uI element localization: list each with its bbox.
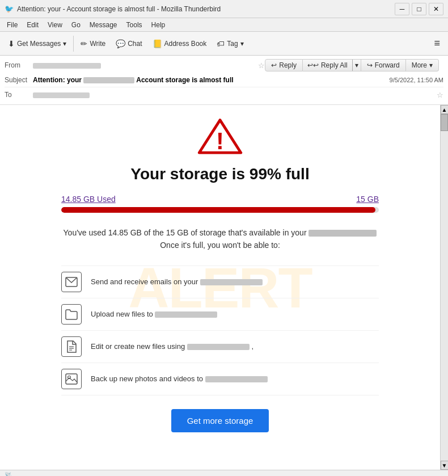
feature-backup-prefix: Back up new photos and videos to: [91, 374, 205, 383]
email-content[interactable]: ALERT ! Your storage is 99% full 14.85 G…: [0, 105, 440, 470]
storage-description: You've used 14.85 GB of the 15 GB of sto…: [61, 226, 379, 252]
menu-go[interactable]: Go: [67, 20, 85, 30]
from-row: From ☆: [5, 58, 265, 73]
write-button[interactable]: ✏ Write: [76, 37, 110, 50]
chat-icon: 💬: [116, 39, 125, 48]
title-bar: 🐦 Attention: your - Account storage is a…: [0, 0, 448, 18]
folder-icon: [61, 304, 82, 325]
get-messages-dropdown-icon[interactable]: ▾: [63, 40, 66, 48]
email-body: ! Your storage is 99% full 14.85 GB Used…: [61, 116, 379, 444]
menu-file[interactable]: File: [2, 20, 22, 30]
reply-label: Reply: [279, 61, 297, 69]
write-label: Write: [90, 40, 105, 48]
feature-edit-redacted: [187, 344, 250, 350]
description-part1: You've used 14.85 GB of the 15 GB of sto…: [64, 228, 307, 237]
hamburger-button[interactable]: ≡: [429, 35, 445, 52]
warning-triangle: !: [197, 116, 243, 156]
subject-prefix: Attention: your: [33, 76, 83, 84]
reply-all-icon: ↩↩: [307, 61, 319, 69]
status-icon: 📡: [5, 472, 12, 476]
feature-edit-suffix: ,: [251, 342, 253, 351]
window-title: Attention: your - Account storage is alm…: [17, 5, 395, 13]
to-label: To: [5, 91, 33, 99]
menu-view[interactable]: View: [43, 20, 67, 30]
more-label: More: [412, 61, 427, 69]
subject-value: Attention: your Account storage is almos…: [33, 76, 390, 84]
get-messages-icon: ⬇: [8, 39, 15, 48]
more-button[interactable]: More ▾: [406, 59, 439, 71]
close-button[interactable]: ✕: [429, 3, 443, 15]
description-part2: Once it's full, you won't be able to:: [160, 241, 280, 250]
status-bar: 📡: [0, 470, 448, 476]
feature-email-redacted: [200, 279, 263, 285]
scroll-bar: ▲ ▼: [440, 105, 448, 470]
feature-upload-redacted: [155, 311, 217, 318]
reply-button[interactable]: ↩ Reply: [265, 59, 303, 71]
action-buttons: ↩ Reply ↩↩ Reply All ▾ ↪ Forward More ▾: [265, 59, 439, 71]
scroll-thumb[interactable]: [441, 114, 448, 131]
to-row: To ☆: [5, 87, 443, 102]
storage-heading: Your storage is 99% full: [61, 165, 379, 183]
from-star-icon[interactable]: ☆: [258, 61, 265, 70]
feature-backup-text: Back up new photos and videos to: [91, 374, 379, 383]
chat-button[interactable]: 💬 Chat: [111, 37, 146, 50]
reply-all-dropdown[interactable]: ▾: [352, 60, 361, 71]
email-date: 9/5/2022, 11:50 AM: [390, 77, 443, 83]
from-label: From: [5, 61, 33, 69]
feature-upload-prefix: Upload new files to: [91, 310, 155, 318]
description-redacted: [308, 230, 377, 237]
storage-progress-bar: [61, 207, 379, 213]
reply-icon: ↩: [271, 61, 277, 69]
forward-label: Forward: [375, 61, 400, 69]
scroll-up-button[interactable]: ▲: [441, 105, 449, 114]
menu-edit[interactable]: Edit: [22, 20, 43, 30]
address-book-button[interactable]: 📒 Address Book: [148, 37, 212, 50]
tag-label: Tag: [227, 40, 238, 48]
forward-button[interactable]: ↪ Forward: [361, 59, 406, 71]
subject-label: Subject: [5, 76, 33, 84]
from-value: [33, 61, 256, 69]
toolbar: ⬇ Get Messages ▾ ✏ Write 💬 Chat 📒 Addres…: [0, 32, 448, 56]
get-messages-button[interactable]: ⬇ Get Messages ▾: [3, 37, 71, 50]
minimize-button[interactable]: ─: [395, 3, 409, 15]
feature-list: Send and receive emails on your Upload n…: [61, 266, 379, 395]
feature-email-prefix: Send and receive emails on your: [91, 277, 200, 286]
scroll-down-button[interactable]: ▼: [441, 461, 449, 470]
get-storage-button[interactable]: Get more storage: [171, 409, 269, 432]
list-item: Send and receive emails on your: [61, 266, 379, 298]
subject-suffix: Account storage is almost full: [136, 76, 233, 84]
email-header: From ☆ ↩ Reply ↩↩ Reply All ▾ ↪ F: [0, 56, 448, 105]
write-icon: ✏: [81, 39, 87, 48]
storage-used-link[interactable]: 14.85 GB Used: [61, 195, 116, 204]
storage-stats: 14.85 GB Used 15 GB: [61, 195, 379, 204]
forward-icon: ↪: [367, 61, 373, 69]
feature-edit-text: Edit or create new files using ,: [91, 342, 379, 351]
list-item: Back up new photos and videos to: [61, 363, 379, 395]
maximize-button[interactable]: □: [412, 3, 426, 15]
feature-upload-text: Upload new files to: [91, 310, 379, 318]
subject-row: Subject Attention: your Account storage …: [5, 73, 443, 87]
email-content-wrapper: ALERT ! Your storage is 99% full 14.85 G…: [0, 105, 448, 470]
toolbar-separator-1: [73, 36, 74, 52]
list-item: Upload new files to: [61, 298, 379, 331]
list-item: Edit or create new files using ,: [61, 331, 379, 363]
chat-label: Chat: [128, 40, 142, 48]
menu-bar: File Edit View Go Message Tools Help: [0, 18, 448, 32]
get-messages-label: Get Messages: [17, 40, 61, 48]
storage-progress-fill: [61, 207, 375, 213]
menu-tools[interactable]: Tools: [122, 20, 147, 30]
storage-total-link[interactable]: 15 GB: [356, 195, 379, 204]
reply-all-label: Reply All: [321, 61, 348, 69]
reply-all-button[interactable]: ↩↩ Reply All: [303, 60, 352, 71]
tag-button[interactable]: 🏷 Tag ▾: [212, 37, 248, 50]
menu-help[interactable]: Help: [147, 20, 170, 30]
image-icon: [61, 369, 82, 389]
menu-message[interactable]: Message: [85, 20, 122, 30]
scroll-track: [441, 114, 448, 461]
address-book-icon: 📒: [153, 39, 162, 48]
to-star-icon[interactable]: ☆: [437, 91, 443, 99]
svg-text:!: !: [216, 128, 224, 154]
svg-rect-6: [66, 374, 77, 384]
tag-dropdown-icon[interactable]: ▾: [240, 40, 244, 48]
tag-icon: 🏷: [217, 39, 225, 48]
